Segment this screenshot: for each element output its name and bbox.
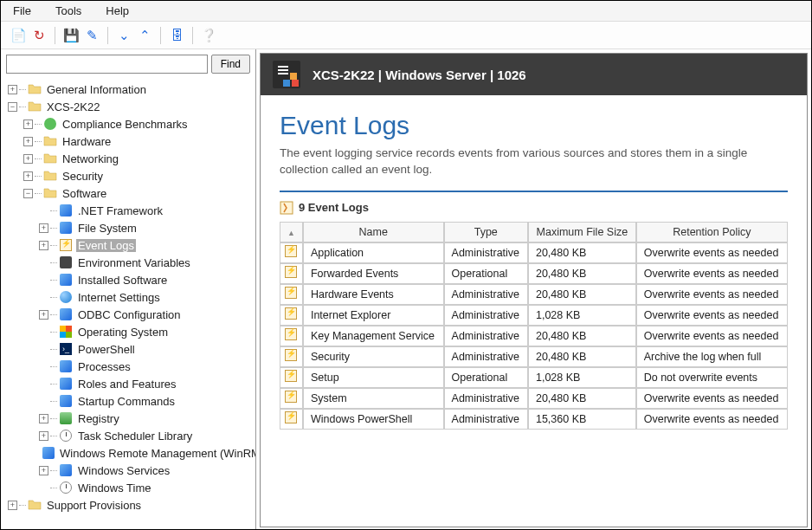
tree-connector (50, 436, 57, 436)
tree-item-label: Windows Remote Management (WinRM) (58, 447, 255, 460)
tree-connector (19, 89, 26, 90)
tree-item-label: Event Logs (76, 239, 136, 252)
tree-item[interactable]: +Support Provisions (4, 496, 252, 514)
tree-item[interactable]: −Software (4, 184, 252, 202)
event-log-icon (59, 238, 73, 252)
tree-connector (50, 470, 57, 471)
tree-item[interactable]: +Registry (4, 410, 252, 427)
tree-item[interactable]: +ODBC Configuration (4, 306, 252, 323)
expand-toggle[interactable]: + (39, 310, 48, 320)
expand-toggle[interactable]: + (23, 171, 33, 181)
expand-toggle[interactable]: + (39, 466, 48, 475)
tree-item[interactable]: +File System (4, 219, 252, 236)
expand-toggle[interactable]: + (23, 154, 33, 164)
table-row[interactable]: SecurityAdministrative20,480 KBArchive t… (280, 346, 788, 367)
tree-connector (50, 297, 57, 298)
tree-item-label: Hardware (61, 135, 113, 148)
tree-item[interactable]: +Windows Services (4, 462, 252, 479)
search-input[interactable] (6, 55, 208, 74)
cell-max: 15,360 KB (528, 409, 636, 430)
cell-type: Administrative (444, 305, 528, 326)
tree-item-label: Roles and Features (76, 378, 177, 391)
cell-name: Key Management Service (303, 326, 444, 346)
edit-icon[interactable]: ✎ (83, 27, 100, 44)
expand-toggle[interactable]: + (8, 85, 17, 94)
tree-item[interactable]: +Networking (4, 150, 252, 167)
event-log-icon (280, 201, 293, 215)
menu-help[interactable]: Help (106, 4, 129, 17)
cell-ret: Overwrite events as needed (636, 263, 788, 284)
tree-item[interactable]: ›_PowerShell (4, 340, 252, 358)
tree-item[interactable]: +Compliance Benchmarks (4, 115, 252, 132)
refresh-icon[interactable]: ↻ (30, 27, 48, 44)
col-sort[interactable]: ▲ (280, 222, 303, 242)
expand-toggle[interactable]: + (39, 414, 48, 423)
tree-item[interactable]: Windows Remote Management (WinRM) (4, 444, 252, 462)
table-row[interactable]: SetupOperational1,028 KBDo not overwrite… (280, 367, 788, 388)
tree-item[interactable]: Processes (4, 358, 252, 375)
item-icon (59, 394, 73, 408)
compliance-icon (43, 117, 57, 131)
tree-item-label: Support Provisions (45, 499, 143, 512)
tree-item[interactable]: +General Information (4, 81, 252, 98)
collapse-icon[interactable]: ⌄ (115, 27, 132, 44)
table-row[interactable]: Forwarded EventsOperational20,480 KBOver… (280, 263, 788, 284)
menu-bar: File Tools Help (1, 1, 811, 22)
cell-name: System (303, 388, 444, 409)
tree-item[interactable]: −XCS-2K22 (4, 98, 252, 115)
tree-item[interactable]: .NET Framework (4, 202, 252, 219)
tree-item[interactable]: Startup Commands (4, 392, 252, 410)
tree-item-label: Software (61, 187, 108, 200)
col-max[interactable]: Maximum File Size (528, 222, 636, 242)
tree-item-label: ODBC Configuration (76, 308, 183, 321)
cell-type: Administrative (444, 326, 528, 346)
left-panel: Find +General Information−XCS-2K22+Compl… (1, 49, 256, 530)
expand-toggle[interactable]: + (39, 223, 48, 233)
table-row[interactable]: Key Management ServiceAdministrative20,4… (280, 326, 788, 346)
save-icon[interactable]: 💾 (62, 27, 80, 44)
tree-connector (50, 332, 57, 333)
twist-spacer (39, 345, 48, 354)
tree-item[interactable]: Installed Software (4, 271, 252, 288)
tree-item[interactable]: +Security (4, 167, 252, 184)
table-row[interactable]: Windows PowerShellAdministrative15,360 K… (280, 409, 788, 430)
expand-toggle[interactable]: + (23, 137, 33, 146)
expand-toggle[interactable]: + (39, 241, 48, 250)
table-row[interactable]: ApplicationAdministrative20,480 KBOverwr… (280, 242, 788, 263)
item-icon (42, 446, 55, 460)
tree-item[interactable]: +Task Scheduler Library (4, 427, 252, 444)
twist-spacer (39, 275, 48, 285)
env-vars-icon (59, 255, 73, 269)
tree-item[interactable]: Environment Variables (4, 254, 252, 271)
collapse-toggle[interactable]: − (23, 189, 33, 198)
tree-item[interactable]: +Hardware (4, 132, 252, 150)
tree-item[interactable]: Operating System (4, 323, 252, 340)
tree-item[interactable]: Roles and Features (4, 375, 252, 392)
menu-file[interactable]: File (13, 4, 31, 17)
section-label: 9 Event Logs (299, 201, 369, 214)
tree-item[interactable]: Internet Settings (4, 288, 252, 306)
tree-connector (50, 280, 57, 281)
collapse-toggle[interactable]: − (8, 102, 17, 112)
cell-max: 20,480 KB (528, 326, 636, 346)
archive-icon[interactable]: 🗄 (168, 27, 185, 44)
export-pdf-icon[interactable]: 📄 (10, 27, 27, 44)
table-row[interactable]: Internet ExplorerAdministrative1,028 KBO… (280, 305, 788, 326)
find-button[interactable]: Find (211, 55, 250, 74)
col-name[interactable]: Name (303, 222, 444, 242)
expand-toggle[interactable]: + (39, 431, 48, 441)
tree-item[interactable]: Windows Time (4, 479, 252, 496)
tree-connector (50, 418, 57, 419)
expand-icon[interactable]: ⌃ (136, 27, 153, 44)
clock-icon (59, 481, 73, 494)
table-row[interactable]: SystemAdministrative20,480 KBOverwrite e… (280, 388, 788, 409)
help-icon[interactable]: ❔ (200, 27, 217, 44)
expand-toggle[interactable]: + (8, 501, 17, 510)
menu-tools[interactable]: Tools (55, 4, 81, 17)
col-retention[interactable]: Retention Policy (636, 222, 788, 242)
col-type[interactable]: Type (444, 222, 528, 242)
tree-connector (35, 176, 42, 177)
expand-toggle[interactable]: + (23, 120, 33, 129)
tree-item[interactable]: +Event Logs (4, 236, 252, 254)
table-row[interactable]: Hardware EventsAdministrative20,480 KBOv… (280, 284, 788, 305)
